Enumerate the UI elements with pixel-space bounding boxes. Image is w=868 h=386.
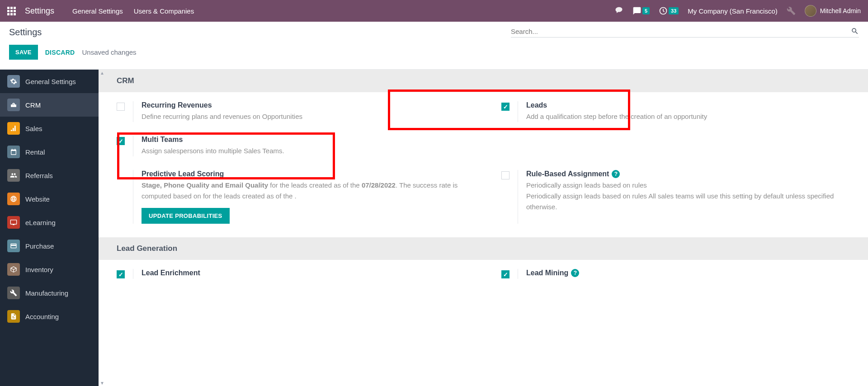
- sidebar-item-rental[interactable]: Rental: [0, 140, 99, 164]
- globe-icon: [7, 193, 20, 205]
- body-wrap: General SettingsCRMSalesRentalReferralsW…: [0, 70, 868, 386]
- doc-icon: [7, 310, 20, 323]
- desc-multi-teams: Assign salespersons into multiple Sales …: [142, 146, 465, 156]
- divider: [518, 269, 518, 279]
- topbar-left: Settings General Settings Users & Compan…: [7, 6, 194, 16]
- checkbox-enrichment[interactable]: [117, 270, 125, 278]
- sidebar-item-website[interactable]: Website: [0, 187, 99, 211]
- title-enrichment: Lead Enrichment: [142, 269, 465, 277]
- section-crm-header: CRM: [99, 70, 868, 92]
- divider: [133, 101, 133, 122]
- menu-users-companies[interactable]: Users & Companies: [134, 7, 194, 15]
- sidebar-item-label: General Settings: [25, 78, 76, 85]
- subheader: Settings SAVE DISCARD Unsaved changes: [0, 22, 868, 70]
- content: CRM Recurring Revenues Define recurring …: [99, 70, 868, 386]
- topbar-right: 5 33 My Company (San Francisco) Mitchell…: [614, 5, 861, 17]
- setting-leads: Leads Add a qualification step before th…: [501, 101, 850, 122]
- help-icon[interactable]: ?: [571, 269, 579, 277]
- save-button[interactable]: SAVE: [9, 45, 38, 60]
- sidebar-item-label: Accounting: [25, 313, 59, 320]
- update-probabilities-button[interactable]: UPDATE PROBABILITIES: [142, 208, 230, 224]
- chart-icon: [7, 122, 20, 135]
- sidebar-item-sales[interactable]: Sales: [0, 117, 99, 140]
- checkbox-mining[interactable]: [501, 270, 509, 278]
- discard-button[interactable]: DISCARD: [45, 49, 75, 56]
- sidebar-item-inventory[interactable]: Inventory: [0, 258, 99, 281]
- sidebar: General SettingsCRMSalesRentalReferralsW…: [0, 70, 99, 386]
- desc-recurring: Define recurring plans and revenues on O…: [142, 111, 465, 122]
- activities-badge: 33: [669, 7, 679, 14]
- search-icon[interactable]: [851, 27, 859, 35]
- setting-lead-mining: Lead Mining ?: [501, 269, 850, 279]
- sidebar-item-elearning[interactable]: eLearning: [0, 211, 99, 234]
- search-wrap: [511, 27, 859, 38]
- checkbox-multi-teams[interactable]: [117, 137, 125, 145]
- predictive-fields: Stage, Phone Quality and Email Quality: [142, 181, 268, 189]
- subheader-actions: SAVE DISCARD Unsaved changes: [9, 45, 859, 60]
- subheader-top: Settings: [9, 27, 859, 38]
- topbar: Settings General Settings Users & Compan…: [0, 0, 868, 22]
- checkbox-recurring[interactable]: [117, 103, 125, 111]
- divider: [518, 101, 518, 122]
- user-name: Mitchell Admin: [820, 7, 861, 14]
- setting-recurring-revenues: Recurring Revenues Define recurring plan…: [117, 101, 465, 122]
- setting-rule-based: Rule-Based Assignment ? Periodically ass…: [501, 170, 850, 224]
- title-rule-based: Rule-Based Assignment ?: [526, 170, 850, 178]
- divider: [133, 269, 133, 279]
- people-icon: [7, 169, 20, 182]
- predictive-date: 07/28/2022: [362, 181, 396, 189]
- messages-icon[interactable]: 5: [632, 6, 650, 15]
- sidebar-item-label: Website: [25, 195, 50, 203]
- topbar-menu: General Settings Users & Companies: [72, 7, 194, 15]
- activities-icon[interactable]: 33: [659, 6, 679, 15]
- sidebar-item-label: Referrals: [25, 172, 53, 179]
- sidebar-item-accounting[interactable]: Accounting: [0, 305, 99, 328]
- setting-lead-enrichment: Lead Enrichment: [117, 269, 465, 279]
- card-icon: [7, 240, 20, 252]
- gear-icon: [7, 75, 20, 88]
- phone-icon[interactable]: [614, 6, 623, 15]
- leadgen-grid: Lead Enrichment Lead Mining ?: [99, 260, 868, 292]
- handshake-icon: [7, 99, 20, 111]
- sidebar-item-purchase[interactable]: Purchase: [0, 234, 99, 258]
- title-recurring: Recurring Revenues: [142, 101, 465, 109]
- sidebar-item-label: Inventory: [25, 266, 53, 273]
- sidebar-item-crm[interactable]: CRM: [0, 93, 99, 117]
- spacer: [501, 136, 850, 156]
- messages-badge: 5: [642, 7, 650, 14]
- page-title: Settings: [9, 27, 42, 38]
- title-mining: Lead Mining ?: [526, 269, 850, 277]
- divider: [518, 170, 518, 224]
- search-input[interactable]: [511, 28, 851, 35]
- help-icon[interactable]: ?: [612, 170, 620, 178]
- sidebar-item-label: Manufacturing: [25, 289, 68, 297]
- crm-grid: Recurring Revenues Define recurring plan…: [99, 92, 868, 237]
- title-leads: Leads: [526, 101, 850, 109]
- sidebar-item-label: Sales: [25, 125, 42, 132]
- sidebar-item-label: Purchase: [25, 242, 54, 250]
- menu-general-settings[interactable]: General Settings: [72, 7, 123, 15]
- company-selector[interactable]: My Company (San Francisco): [688, 7, 777, 15]
- avatar: [805, 5, 816, 17]
- unsaved-label: Unsaved changes: [82, 48, 137, 56]
- desc-predictive: Stage, Phone Quality and Email Quality f…: [142, 180, 465, 202]
- debug-icon[interactable]: [787, 6, 796, 15]
- desc-leads: Add a qualification step before the crea…: [526, 111, 850, 122]
- scroll-up-icon[interactable]: ▲: [99, 70, 105, 76]
- checkbox-leads[interactable]: [501, 103, 509, 111]
- sidebar-item-label: Rental: [25, 148, 45, 156]
- divider: [133, 170, 133, 224]
- scroll-down-icon[interactable]: ▼: [99, 380, 105, 386]
- checkbox-rule-based[interactable]: [501, 171, 509, 179]
- sidebar-item-label: eLearning: [25, 219, 56, 226]
- apps-icon[interactable]: [7, 7, 16, 15]
- sidebar-item-referrals[interactable]: Referrals: [0, 164, 99, 187]
- divider: [133, 136, 133, 156]
- sidebar-item-general-settings[interactable]: General Settings: [0, 70, 99, 93]
- title-predictive: Predictive Lead Scoring: [142, 170, 465, 178]
- screen-icon: [7, 216, 20, 229]
- setting-predictive-scoring: Predictive Lead Scoring Stage, Phone Qua…: [117, 170, 465, 224]
- sidebar-item-label: CRM: [25, 101, 41, 109]
- user-menu[interactable]: Mitchell Admin: [805, 5, 861, 17]
- sidebar-item-manufacturing[interactable]: Manufacturing: [0, 281, 99, 305]
